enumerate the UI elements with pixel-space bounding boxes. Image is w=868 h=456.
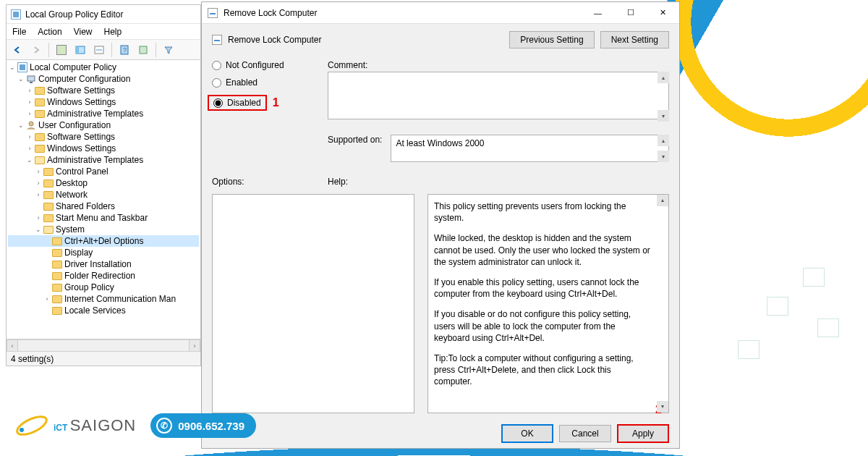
- tree-cad-options[interactable]: Ctrl+Alt+Del Options: [8, 235, 199, 247]
- tree-cc-windows[interactable]: Windows Settings: [8, 96, 199, 108]
- gpedit-icon: [11, 9, 21, 20]
- statusbar: 4 setting(s): [7, 351, 200, 366]
- phone-pill: ✆ 0906.652.739: [150, 413, 256, 438]
- tree-desktop[interactable]: Desktop: [8, 177, 199, 189]
- tree-computer-config[interactable]: Computer Configuration: [8, 73, 199, 85]
- tree-uc-software[interactable]: Software Settings: [8, 131, 199, 143]
- help-icon[interactable]: ?: [116, 42, 132, 58]
- policy-icon: [208, 8, 218, 18]
- tree-pane: Local Computer Policy Computer Configura…: [7, 60, 200, 339]
- refresh-icon[interactable]: [91, 42, 107, 58]
- svg-rect-5: [140, 46, 147, 54]
- decor-network: [687, 253, 868, 398]
- scroll-up-icon[interactable]: ▴: [658, 135, 669, 146]
- help-text: If you disable or do not configure this …: [434, 308, 651, 344]
- tree-group-policy[interactable]: Group Policy: [8, 282, 199, 293]
- scroll-up-icon[interactable]: ▴: [658, 72, 669, 83]
- gpedit-titlebar: Local Group Policy Editor: [7, 5, 200, 24]
- tree-display[interactable]: Display: [8, 247, 199, 258]
- svg-point-10: [20, 428, 24, 432]
- close-button[interactable]: ✕: [647, 2, 679, 23]
- tree-internet-comm[interactable]: Internet Communication Man: [8, 293, 199, 305]
- apply-button[interactable]: Apply: [617, 424, 669, 443]
- back-button[interactable]: [9, 42, 25, 58]
- policy-subtitle: Remove Lock Computer: [228, 35, 503, 45]
- svg-rect-1: [76, 46, 79, 54]
- logo-text: iCT SAIGON: [54, 416, 136, 435]
- supported-on-value: At least Windows 2000: [391, 135, 669, 162]
- menu-help[interactable]: Help: [104, 27, 122, 37]
- help-text: Tip:To lock a computer without configuri…: [434, 352, 651, 388]
- previous-setting-button[interactable]: Previous Setting: [509, 31, 594, 48]
- tree-cc-admin[interactable]: Administrative Templates: [8, 108, 199, 119]
- phone-icon: ✆: [156, 418, 172, 434]
- scroll-up-icon[interactable]: ▴: [657, 195, 668, 206]
- tree-locale-services[interactable]: Locale Services: [8, 305, 199, 316]
- comment-label: Comment:: [328, 60, 669, 70]
- tree-user-config[interactable]: User Configuration: [8, 119, 199, 131]
- svg-point-9: [14, 413, 48, 439]
- policy-dialog: Remove Lock Computer — ☐ ✕ Remove Lock C…: [201, 1, 680, 449]
- help-text: While locked, the desktop is hidden and …: [434, 232, 651, 268]
- gpedit-window: Local Group Policy Editor File Action Vi…: [6, 4, 201, 366]
- supported-label: Supported on:: [328, 135, 382, 145]
- scroll-down-icon[interactable]: ▾: [658, 110, 669, 122]
- decor-circle: [665, 0, 868, 145]
- svg-rect-7: [30, 82, 33, 83]
- help-label: Help:: [328, 177, 669, 187]
- tree-control-panel[interactable]: Control Panel: [8, 166, 199, 177]
- svg-text:?: ?: [123, 46, 127, 54]
- phone-number: 0906.652.739: [178, 420, 244, 432]
- policy-icon-small: [212, 35, 222, 45]
- comment-textarea[interactable]: [328, 72, 669, 119]
- tree-folder-redirection[interactable]: Folder Redirection: [8, 270, 199, 282]
- branding: iCT SAIGON ✆ 0906.652.739: [14, 408, 256, 443]
- dialog-footer: OK Cancel Apply: [202, 419, 679, 448]
- options-label: Options:: [212, 177, 306, 187]
- svg-point-8: [29, 122, 33, 126]
- tree-driver-install[interactable]: Driver Installation: [8, 258, 199, 270]
- options-panel: [212, 194, 414, 413]
- tree-start-menu[interactable]: Start Menu and Taskbar: [8, 212, 199, 224]
- show-pane-icon[interactable]: [72, 42, 88, 58]
- properties-icon[interactable]: [54, 42, 69, 58]
- tree-cc-software[interactable]: Software Settings: [8, 85, 199, 96]
- tree-root[interactable]: Local Computer Policy: [8, 62, 199, 73]
- scroll-down-icon[interactable]: ▾: [657, 401, 668, 413]
- minimize-button[interactable]: —: [582, 2, 614, 23]
- ok-button[interactable]: OK: [501, 424, 553, 443]
- help-text: This policy setting prevents users from …: [434, 200, 651, 224]
- radio-not-configured[interactable]: Not Configured: [212, 60, 306, 70]
- scroll-down-icon[interactable]: ▾: [658, 151, 669, 162]
- gpedit-title-text: Local Group Policy Editor: [25, 9, 123, 20]
- scroll-right-icon[interactable]: ›: [189, 340, 200, 351]
- annotation-1: 1: [273, 96, 279, 109]
- menu-action[interactable]: Action: [38, 27, 61, 37]
- help-text: If you enable this policy setting, users…: [434, 276, 651, 300]
- next-setting-button[interactable]: Next Setting: [600, 31, 669, 48]
- dialog-titlebar: Remove Lock Computer — ☐ ✕: [202, 2, 679, 24]
- menu-view[interactable]: View: [74, 27, 93, 37]
- toolbar: ?: [7, 40, 200, 60]
- maximize-button[interactable]: ☐: [614, 2, 647, 23]
- radio-enabled[interactable]: Enabled: [212, 77, 306, 88]
- export-icon[interactable]: [135, 42, 151, 58]
- radio-disabled[interactable]: Disabled: [208, 95, 267, 111]
- logo: iCT SAIGON: [14, 408, 136, 443]
- filter-icon[interactable]: [161, 42, 176, 58]
- tree-uc-admin[interactable]: Administrative Templates: [8, 154, 199, 166]
- logo-mark-icon: [14, 408, 49, 443]
- menu-file[interactable]: File: [12, 27, 26, 37]
- menubar: File Action View Help: [7, 24, 200, 40]
- tree-network[interactable]: Network: [8, 189, 199, 200]
- forward-button[interactable]: [28, 42, 44, 58]
- tree-system[interactable]: System: [8, 224, 199, 235]
- tree-uc-windows[interactable]: Windows Settings: [8, 143, 199, 154]
- horizontal-scrollbar[interactable]: ‹ ›: [7, 339, 200, 351]
- tree-shared-folders[interactable]: Shared Folders: [8, 200, 199, 212]
- dialog-title-text: Remove Lock Computer: [224, 8, 317, 18]
- status-text: 4 setting(s): [11, 354, 54, 364]
- scroll-left-icon[interactable]: ‹: [7, 340, 18, 351]
- help-panel: This policy setting prevents users from …: [427, 194, 669, 413]
- cancel-button[interactable]: Cancel: [559, 425, 611, 442]
